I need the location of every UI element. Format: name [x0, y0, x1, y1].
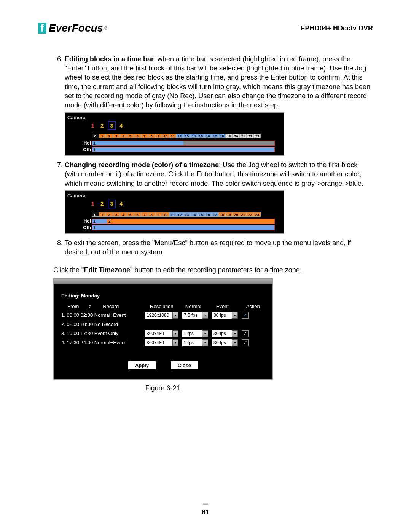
chevron-down-icon[interactable]: ▾ [232, 312, 238, 319]
edit-row: 1. 00:00 02:00 Normal+Event1920x1080▾7.5… [61, 312, 265, 319]
chevron-down-icon[interactable]: ▾ [202, 312, 208, 319]
camera-timebar-figure-1: Camera 1 2 3 4 0123456789101112131415161… [65, 112, 284, 156]
brand-prefix: Ever [49, 21, 72, 35]
row-label: 4. 17:30 24:00 Normal+Event [61, 339, 145, 346]
hour-cell: 6 [134, 134, 141, 138]
instruction-list: Editing blocks in a time bar: when a tim… [38, 54, 373, 257]
chevron-down-icon[interactable]: ▾ [232, 339, 238, 346]
hour-cell: 7 [141, 212, 148, 217]
list-item-7: Changing recording mode (color) of a tim… [65, 160, 373, 234]
brand-logo: f EverFocus® [38, 21, 107, 35]
hour-cell: 15 [198, 212, 205, 217]
resolution-dropdown[interactable]: 1920x1080▾ [145, 312, 178, 319]
normal-dropdown[interactable]: 7.5 fps▾ [182, 312, 208, 319]
hour-cell: 18 [218, 134, 226, 138]
hour-cell: 13 [183, 134, 191, 138]
hour-cell: 2 [106, 212, 113, 217]
hour-cell: 0 [92, 134, 99, 138]
event-dropdown[interactable]: 30 fps▾ [212, 339, 238, 346]
panel-title: Editing: Monday [61, 292, 265, 299]
hour-cell: 10 [162, 134, 169, 138]
hour-cell: 22 [247, 212, 254, 217]
hour-cell: 14 [190, 134, 198, 138]
hour-cell: 8 [148, 212, 155, 217]
hour-cell: 5 [127, 134, 134, 138]
hour-cell: 16 [204, 212, 212, 217]
timebar-hol: Hol 1 [65, 140, 284, 146]
hour-cell: 4 [120, 212, 127, 217]
hour-cell: 19 [226, 212, 233, 217]
panel-buttons: Apply Close [61, 361, 265, 370]
hour-cell: 14 [190, 212, 198, 217]
hour-cell: 6 [134, 212, 141, 217]
chevron-down-icon[interactable]: ▾ [172, 312, 178, 319]
camera-numbers: 1 2 3 4 [65, 121, 284, 130]
action-checkbox[interactable]: ✓ [242, 339, 249, 346]
list-item-6: Editing blocks in a time bar: when a tim… [65, 54, 373, 156]
hour-cell: 15 [198, 134, 205, 138]
resolution-dropdown[interactable]: 860x480▾ [145, 339, 178, 346]
hour-cell: 5 [127, 212, 134, 217]
hour-cell: 17 [212, 134, 219, 138]
hour-cell: 18 [218, 212, 226, 217]
close-button[interactable]: Close [171, 361, 198, 370]
hours-header: 01234567891011121314151617181920212223 [65, 211, 284, 217]
page-footer: — 81 [0, 500, 411, 517]
chevron-down-icon[interactable]: ▾ [232, 330, 238, 337]
hour-cell: 9 [155, 134, 162, 138]
action-checkbox[interactable]: ✓ [242, 312, 249, 319]
normal-dropdown[interactable]: 1 fps▾ [182, 339, 208, 346]
product-name: EPHD04+ HDcctv DVR [300, 24, 373, 33]
edit-row: 4. 17:30 24:00 Normal+Event860x480▾1 fps… [61, 339, 265, 346]
item6-body: : when a time bar is selected (highlight… [65, 55, 370, 109]
logo-mark-icon: f [38, 23, 46, 34]
item6-title: Editing blocks in a time bar [65, 55, 154, 63]
item8-body: To exit the screen, press the "Menu/Esc"… [65, 239, 351, 256]
normal-dropdown[interactable]: 1 fps▾ [182, 330, 208, 337]
chevron-down-icon[interactable]: ▾ [202, 339, 208, 346]
chevron-down-icon[interactable]: ▾ [202, 330, 208, 337]
apply-button[interactable]: Apply [128, 361, 156, 370]
camera-timebar-figure-2: Camera 1 2 3 4 0123456789101112131415161… [65, 190, 284, 234]
timebar-oth: Oth 1 [65, 147, 284, 153]
resolution-dropdown[interactable]: 860x480▾ [145, 330, 178, 337]
chevron-down-icon[interactable]: ▾ [172, 330, 178, 337]
hour-cell: 22 [247, 134, 254, 138]
hour-cell: 1 [99, 212, 106, 217]
edit-timezone-panel: Editing: Monday From To Record Resolutio… [53, 278, 273, 380]
hour-cell: 21 [240, 134, 247, 138]
timebar-oth: Oth 1 [65, 225, 284, 231]
hour-cell: 11 [169, 212, 177, 217]
hour-cell: 4 [120, 134, 127, 138]
row-label: 2. 02:00 10:00 No Record [61, 321, 145, 328]
hour-cell: 8 [148, 134, 155, 138]
hours-header: 01234567891011121314151617181920212223 [65, 133, 284, 139]
hour-cell: 16 [204, 134, 212, 138]
hour-cell: 9 [155, 212, 162, 217]
hour-cell: 10 [162, 212, 169, 217]
brand-suffix: Focus [72, 21, 103, 35]
column-headers: From To Record Resolution Normal Event A… [61, 303, 265, 310]
hour-cell: 20 [233, 134, 240, 138]
hour-cell: 11 [169, 134, 177, 138]
hour-cell: 19 [226, 134, 233, 138]
event-dropdown[interactable]: 30 fps▾ [212, 330, 238, 337]
camera-label: Camera [65, 114, 284, 122]
list-item-8: To exit the screen, press the "Menu/Esc"… [65, 238, 373, 257]
hour-cell: 20 [233, 212, 240, 217]
event-dropdown[interactable]: 30 fps▾ [212, 312, 238, 319]
hour-cell: 12 [176, 134, 183, 138]
hour-cell: 1 [99, 134, 106, 138]
row-label: 1. 00:00 02:00 Normal+Event [61, 312, 145, 319]
action-checkbox[interactable]: ✓ [242, 330, 249, 337]
hour-cell: 3 [113, 212, 120, 217]
hour-cell: 23 [254, 134, 261, 138]
hour-cell: 12 [176, 212, 183, 217]
hour-cell: 0 [92, 212, 99, 217]
hour-cell: 17 [212, 212, 219, 217]
page-number: 81 [202, 508, 209, 516]
hour-cell: 7 [141, 134, 148, 138]
chevron-down-icon[interactable]: ▾ [172, 339, 178, 346]
page-header: f EverFocus® EPHD04+ HDcctv DVR [38, 21, 373, 35]
row-label: 3. 10:00 17:30 Event Only [61, 330, 145, 337]
